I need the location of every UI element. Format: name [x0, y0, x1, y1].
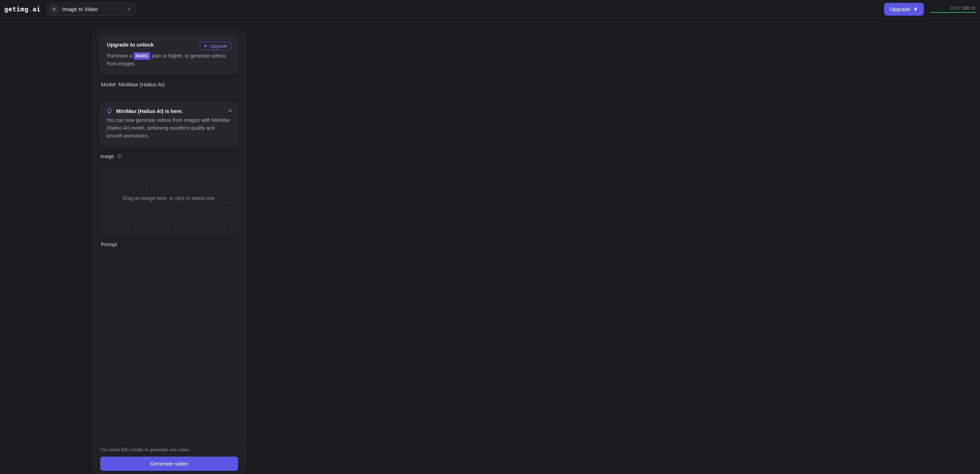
credits-sep: / — [959, 5, 961, 11]
upgrade-button[interactable]: Upgrade — [884, 3, 924, 16]
help-icon[interactable] — [117, 154, 122, 159]
lightbulb-icon — [106, 108, 113, 115]
unlock-title: Upgrade to unlock — [107, 41, 154, 48]
image-dropzone[interactable]: Drag an image here, or click to select o… — [100, 163, 238, 234]
notice-body: You can now generate videos from images … — [106, 116, 232, 140]
app-header: getimg.ai Image to Video Upgrade 100 / 1… — [0, 0, 980, 19]
brand-part1: getimg — [4, 5, 29, 13]
play-icon — [50, 5, 59, 13]
model-value: MiniMax (Hailuo AI) — [118, 81, 164, 87]
close-icon[interactable] — [227, 107, 234, 114]
upgrade-unlock-card: Upgrade to unlock Upgrade Purchase a BAS… — [100, 35, 238, 73]
unlock-body: Purchase a BASIC plan or higher, to gene… — [107, 52, 231, 67]
model-notice: MiniMax (Hailuo AI) is here. You can now… — [100, 103, 238, 146]
credits-current: 100 — [950, 5, 958, 11]
image-label-row: Image — [100, 154, 238, 159]
svg-marker-0 — [53, 8, 56, 11]
credits-max: 100 — [961, 5, 969, 11]
svg-point-1 — [972, 7, 974, 9]
image-section: Image Drag an image here, or click to se… — [100, 154, 238, 234]
dropzone-text: Drag an image here, or click to select o… — [123, 196, 216, 201]
workspace: Upgrade to unlock Upgrade Purchase a BAS… — [0, 19, 980, 474]
tool-selector-label: Image to Video — [62, 6, 98, 12]
panel-footer: You need 600 credits to generate one vid… — [94, 442, 245, 474]
brand-dot: . — [29, 5, 32, 13]
brand-part2: ai — [32, 5, 40, 13]
bolt-icon — [204, 44, 207, 48]
svg-point-5 — [119, 157, 120, 158]
credits-note: You need 600 credits to generate one vid… — [100, 447, 238, 452]
settings-panel: Upgrade to unlock Upgrade Purchase a BAS… — [93, 29, 245, 474]
prompt-label: Prompt — [100, 242, 238, 247]
model-label: Model: — [101, 81, 118, 87]
generate-button[interactable]: Generate video — [100, 457, 238, 471]
unlock-upgrade-button[interactable]: Upgrade — [200, 41, 231, 50]
image-label: Image — [100, 154, 114, 159]
upgrade-button-label: Upgrade — [890, 6, 910, 12]
unlock-text-before: Purchase a — [107, 53, 134, 59]
bolt-icon — [913, 7, 918, 12]
notice-title: MiniMax (Hailuo AI) is here. — [116, 108, 183, 114]
credits-progress-bar — [930, 12, 976, 13]
brand-logo[interactable]: getimg.ai — [4, 5, 40, 13]
generate-button-label: Generate video — [150, 461, 188, 466]
chevron-down-icon — [127, 7, 132, 12]
coin-icon — [971, 6, 976, 11]
credits-indicator[interactable]: 100 / 100 — [930, 5, 976, 13]
tool-selector[interactable]: Image to Video — [46, 3, 135, 16]
unlock-upgrade-label: Upgrade — [210, 43, 228, 49]
model-row[interactable]: Model: MiniMax (Hailuo AI) — [100, 81, 238, 95]
plan-badge: BASIC — [134, 52, 151, 60]
